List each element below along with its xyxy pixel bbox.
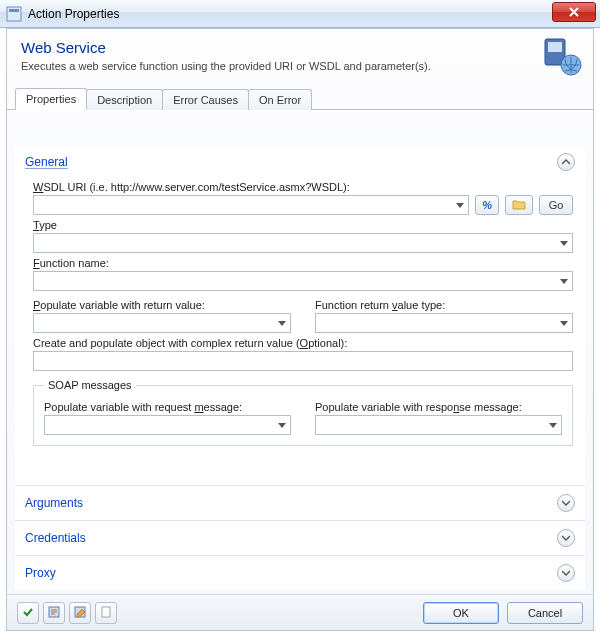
web-service-icon [541,35,583,77]
expand-icon [557,564,575,582]
collapse-icon [557,153,575,171]
populate-return-label: Populate variable with return value: [33,299,291,311]
complex-return-label: Create and populate object with complex … [33,337,573,349]
tab-on-error[interactable]: On Error [248,89,312,110]
return-type-label: Function return value type: [315,299,573,311]
browse-button[interactable] [505,195,533,215]
script-icon [48,606,60,620]
tab-error-causes[interactable]: Error Causes [162,89,249,110]
tab-description[interactable]: Description [86,89,163,110]
expander-credentials-title: Credentials [25,531,86,545]
tab-content-properties: General WSDL URI (i.e. http://www.server… [15,147,585,590]
function-name-select[interactable] [33,271,573,291]
dialog-footer: OK Cancel [7,594,593,630]
tab-properties[interactable]: Properties [15,88,87,110]
soap-response-select[interactable] [315,415,562,435]
wsdl-uri-label: WSDL URI (i.e. http://www.server.com/tes… [33,181,573,193]
expander-proxy[interactable]: Proxy [15,555,585,590]
complex-return-input[interactable] [33,351,573,371]
go-button[interactable]: Go [539,195,573,215]
validate-button[interactable] [17,602,39,624]
cancel-button[interactable]: Cancel [507,602,583,624]
return-type-select[interactable] [315,313,573,333]
populate-return-select[interactable] [33,313,291,333]
soap-messages-group: SOAP messages Populate variable with req… [33,379,573,446]
app-icon [6,6,22,22]
tool-button-1[interactable] [43,602,65,624]
type-label: Type [33,219,573,231]
header: Web Service Executes a web service funct… [7,29,593,80]
tool-button-3[interactable] [95,602,117,624]
expander-credentials[interactable]: Credentials [15,520,585,555]
window-title: Action Properties [28,7,119,21]
document-icon [100,606,112,620]
ok-button[interactable]: OK [423,602,499,624]
percent-button[interactable]: % [475,195,499,215]
expander-general-title: General [25,155,68,169]
tab-strip: Properties Description Error Causes On E… [7,86,593,110]
page-description: Executes a web service function using th… [21,60,579,72]
type-select[interactable] [33,233,573,253]
general-section-body: WSDL URI (i.e. http://www.server.com/tes… [15,181,585,452]
soap-request-select[interactable] [44,415,291,435]
svg-rect-7 [102,607,110,617]
soap-response-label: Populate variable with response message: [315,401,562,413]
dialog-body: Web Service Executes a web service funct… [6,28,594,631]
soap-request-label: Populate variable with request message: [44,401,291,413]
tool-button-2[interactable] [69,602,91,624]
expand-icon [557,529,575,547]
function-name-label: Function name: [33,257,573,269]
title-bar: Action Properties [0,0,600,28]
expander-general[interactable]: General [15,147,585,177]
check-icon [22,606,34,620]
expander-proxy-title: Proxy [25,566,56,580]
close-button[interactable] [552,2,596,22]
svg-rect-1 [9,9,19,12]
script-edit-icon [74,606,86,620]
page-title: Web Service [21,39,579,56]
folder-icon [512,198,526,212]
svg-rect-3 [548,42,562,52]
soap-legend: SOAP messages [44,379,136,391]
wsdl-uri-input[interactable] [33,195,469,215]
expander-arguments-title: Arguments [25,496,83,510]
expand-icon [557,494,575,512]
expander-arguments[interactable]: Arguments [15,485,585,520]
